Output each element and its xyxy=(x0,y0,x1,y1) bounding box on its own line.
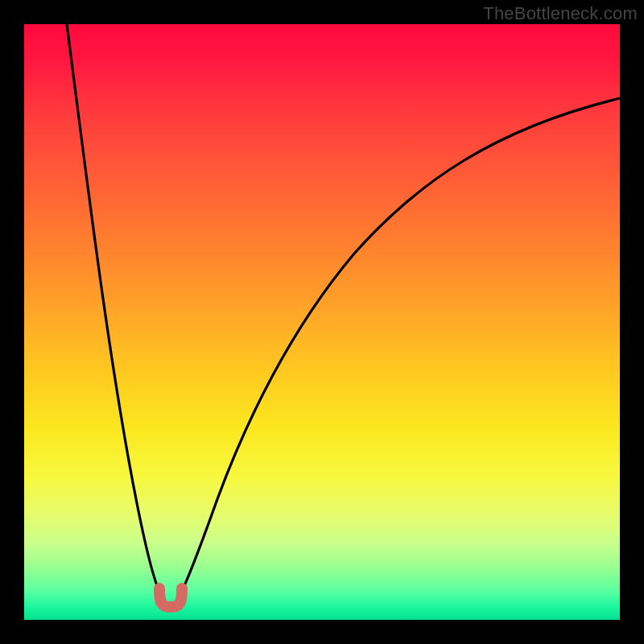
bottleneck-curve xyxy=(24,24,620,620)
curve-left-branch xyxy=(67,24,163,597)
sweet-spot-marker xyxy=(159,588,182,607)
chart-container: TheBottleneck.com xyxy=(0,0,644,644)
curve-right-branch xyxy=(179,98,620,597)
watermark-source: TheBottleneck.com xyxy=(483,3,638,24)
